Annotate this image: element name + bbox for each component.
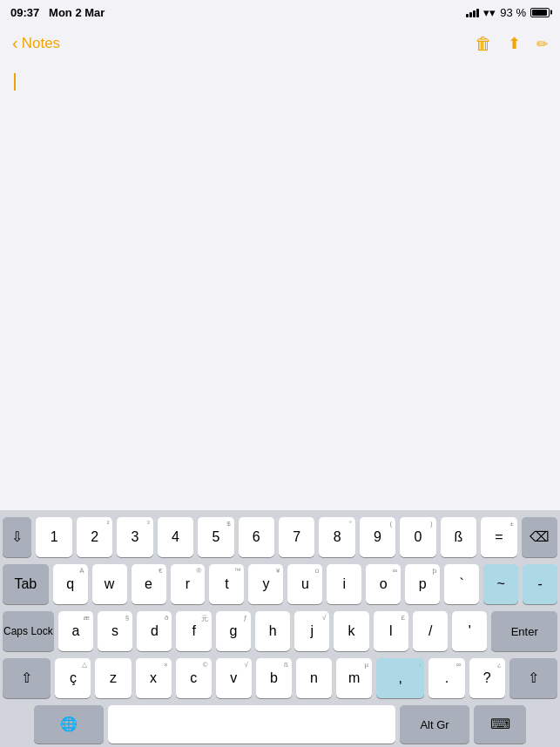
key-x[interactable]: × x <box>136 658 172 698</box>
wifi-icon: ▾▾ <box>483 6 496 19</box>
key-dash[interactable]: - <box>523 564 557 604</box>
keyboard-row-qwerty: Tab Ä q w € e ® r ™ t ¥ y û u i <box>3 564 557 604</box>
key-t[interactable]: ™ t <box>209 564 244 604</box>
status-bar: 09:37 Mon 2 Mar ▾▾ 93 % <box>0 0 560 24</box>
key-m[interactable]: µ m <box>336 658 372 698</box>
key-3[interactable]: ³ 3 <box>117 517 152 557</box>
key-w[interactable]: w <box>92 564 127 604</box>
key-b[interactable]: ß b <box>256 658 292 698</box>
key-altgr[interactable]: Alt Gr <box>400 705 469 744</box>
signal-icon <box>466 7 479 17</box>
chevron-left-icon: ‹ <box>12 33 18 53</box>
note-content[interactable] <box>0 63 560 411</box>
key-tilde[interactable]: ~ <box>483 564 518 604</box>
key-r[interactable]: ® r <box>171 564 206 604</box>
key-comma[interactable]: · , <box>376 658 424 698</box>
key-e[interactable]: € e <box>132 564 166 604</box>
key-l[interactable]: £ l <box>374 611 408 651</box>
trash-icon[interactable]: 🗑 <box>475 34 492 54</box>
key-d[interactable]: ð d <box>137 611 172 651</box>
key-backtick[interactable]: ` <box>444 564 479 604</box>
key-question[interactable]: ¿ ? <box>469 658 505 698</box>
key-g[interactable]: ƒ g <box>216 611 251 651</box>
key-8[interactable]: ° 8 <box>319 517 354 557</box>
key-z[interactable]: z <box>95 658 131 698</box>
key-h[interactable]: h <box>255 611 290 651</box>
key-k[interactable]: k <box>334 611 368 651</box>
key-tab[interactable]: Tab <box>3 564 49 604</box>
key-n[interactable]: n <box>296 658 332 698</box>
key-f[interactable]: 元 f <box>176 611 211 651</box>
key-0[interactable]: ) 0 <box>400 517 435 557</box>
battery-icon <box>530 8 550 17</box>
key-9[interactable]: ( 9 <box>360 517 395 557</box>
key-j[interactable]: √ j <box>294 611 329 651</box>
key-1[interactable]: 1 <box>36 517 71 557</box>
battery-percent: 93 % <box>500 6 526 19</box>
key-backspace[interactable]: ⌫ <box>522 517 557 557</box>
keyboard-row-numbers: ⇩ 1 ² 2 ³ 3 4 $ 5 6 7 ° <box>3 517 557 557</box>
key-slash[interactable]: / <box>413 611 448 651</box>
key-6[interactable]: 6 <box>239 517 274 557</box>
key-o[interactable]: ∞ o <box>366 564 401 604</box>
keyboard-row-asdf: Caps Lock æ a § s ð d 元 f ƒ g h √ j <box>3 611 557 651</box>
key-sz[interactable]: ß <box>441 517 476 557</box>
share-icon[interactable]: ⬆ <box>508 34 521 53</box>
nav-bar: ‹ Notes 🗑 ⬆ ✏ <box>0 24 560 63</box>
key-apostrophe[interactable]: ' <box>452 611 487 651</box>
key-s[interactable]: § s <box>98 611 132 651</box>
key-caps-lock[interactable]: Caps Lock <box>3 611 54 651</box>
back-button[interactable]: ‹ Notes <box>12 34 60 53</box>
status-right: ▾▾ 93 % <box>466 6 550 19</box>
key-c[interactable]: © c <box>176 658 212 698</box>
key-keyboard[interactable]: ⌨ <box>474 705 526 744</box>
key-cedilla-c[interactable]: △ ç <box>55 658 91 698</box>
keyboard-row-bottom: 🌐 Alt Gr ⌨ <box>3 705 557 744</box>
key-q[interactable]: Ä q <box>53 564 88 604</box>
key-p[interactable]: þ p <box>405 564 440 604</box>
key-a[interactable]: æ a <box>58 611 93 651</box>
key-enter[interactable]: Enter <box>491 611 557 651</box>
key-space[interactable] <box>108 705 395 744</box>
key-y[interactable]: ¥ y <box>248 564 283 604</box>
key-u[interactable]: û u <box>287 564 322 604</box>
key-7[interactable]: 7 <box>279 517 314 557</box>
key-arrow[interactable]: ⇩ <box>3 517 31 557</box>
key-4[interactable]: 4 <box>158 517 193 557</box>
back-label: Notes <box>22 35 60 52</box>
nav-actions: 🗑 ⬆ ✏ <box>475 34 548 54</box>
key-shift-left[interactable]: ⇧ <box>3 658 51 698</box>
text-cursor <box>14 73 16 91</box>
status-time: 09:37 Mon 2 Mar <box>10 6 105 19</box>
key-equals[interactable]: ± = <box>481 517 516 557</box>
key-globe[interactable]: 🌐 <box>34 705 104 744</box>
keyboard-row-zxcv: ⇧ △ ç z × x © c √ v ß b n µ m <box>3 658 557 698</box>
edit-icon[interactable]: ✏ <box>536 36 548 52</box>
key-i[interactable]: i <box>327 564 361 604</box>
key-period[interactable]: ∞ . <box>428 658 464 698</box>
key-shift-right[interactable]: ⇧ <box>509 658 557 698</box>
key-5[interactable]: $ 5 <box>198 517 233 557</box>
keyboard: ⇩ 1 ² 2 ³ 3 4 $ 5 6 7 ° <box>0 510 560 747</box>
key-v[interactable]: √ v <box>216 658 252 698</box>
key-2[interactable]: ² 2 <box>77 517 112 557</box>
